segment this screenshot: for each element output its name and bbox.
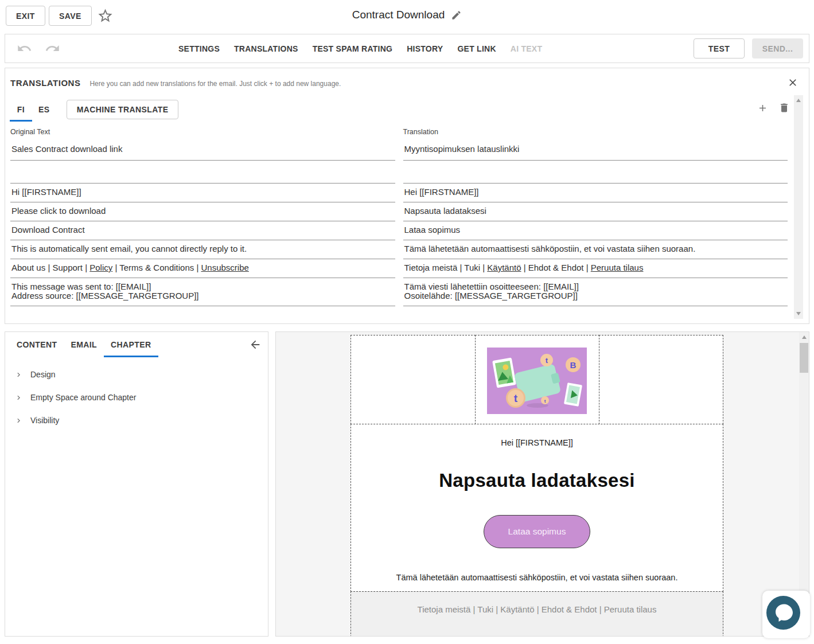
tab-get-link[interactable]: GET LINK — [457, 44, 496, 53]
tab-translations[interactable]: TRANSLATIONS — [234, 44, 298, 53]
cell-text: Osoitelähde: [[MESSAGE_TARGETGROUP]] — [404, 291, 578, 300]
cell-text: Lataa sopimus — [404, 225, 461, 235]
language-tab-es[interactable]: ES — [32, 97, 56, 122]
inline-link[interactable]: Unsubscribe — [201, 263, 248, 272]
email-footer-links[interactable]: Tietoja meistä | Tuki | Käytäntö | Ehdot… — [418, 604, 657, 637]
edit-title-icon[interactable] — [451, 10, 462, 21]
inline-link[interactable]: Policy — [89, 263, 112, 272]
chapter-item-design[interactable]: Design — [5, 363, 268, 386]
translations-title: TRANSLATIONS — [10, 78, 80, 88]
original-cell[interactable]: Hi [[FIRSTNAME]] — [10, 184, 395, 202]
cell-text: | Ehdot & Ehdot | — [521, 263, 591, 272]
translation-cell[interactable]: Tämä viesti lähetettiin osoitteeseen: [[… — [403, 278, 788, 306]
cell-text: This is automatically sent email, you ca… — [11, 244, 247, 253]
tab-test-spam-rating[interactable]: TEST SPAM RATING — [313, 44, 393, 53]
chevron-right-icon — [14, 370, 23, 379]
chapter-panel: CONTENT EMAIL CHAPTER Design Empty Space… — [5, 331, 268, 637]
cell-text: Tämä lähetetään automaattisesti sähköpos… — [404, 244, 696, 253]
inline-link[interactable]: Käytäntö — [487, 263, 521, 272]
translation-cell[interactable]: Hei [[FIRSTNAME]] — [403, 184, 788, 202]
translation-cell[interactable]: Napsauta ladataksesi — [403, 202, 788, 221]
language-tabs: FI ES MACHINE TRANSLATE — [10, 97, 178, 122]
email-greeting[interactable]: Hei [[FIRSTNAME]] — [351, 437, 723, 448]
download-contract-button[interactable]: Lataa sopimus — [484, 515, 590, 548]
svg-text:t: t — [544, 399, 546, 404]
email-heading[interactable]: Napsauta ladataksesi — [351, 469, 723, 492]
machine-translate-button[interactable]: MACHINE TRANSLATE — [67, 100, 179, 119]
scroll-up-icon[interactable] — [796, 99, 801, 102]
translation-header: Translation — [403, 128, 788, 136]
preview-column-right[interactable] — [599, 335, 723, 424]
translation-cell[interactable]: Lataa sopimus — [403, 221, 788, 240]
translations-hint: Here you can add new translations for th… — [89, 80, 341, 88]
original-cell[interactable]: About us | Support | Policy | Terms & Co… — [10, 259, 395, 278]
tab-settings[interactable]: SETTINGS — [178, 44, 220, 53]
scroll-up-icon[interactable] — [802, 335, 807, 339]
scrollbar-thumb[interactable] — [800, 343, 808, 373]
translations-rows: Sales Contract download linkMyyntisopimu… — [10, 138, 788, 306]
preview-column-image[interactable]: t B t t — [475, 335, 600, 424]
translation-row: About us | Support | Policy | Terms & Co… — [10, 259, 788, 278]
email-body-chapter[interactable]: Hei [[FIRSTNAME]] Napsauta ladataksesi L… — [350, 424, 723, 592]
translation-cell[interactable] — [403, 161, 788, 184]
svg-text:t: t — [546, 356, 548, 365]
cell-text: Tietoja meistä | Tuki | — [404, 263, 488, 272]
chevron-right-icon — [14, 393, 23, 402]
translation-row: Download ContractLataa sopimus — [10, 221, 788, 240]
toolbar-tabs: SETTINGS TRANSLATIONS TEST SPAM RATING H… — [178, 34, 542, 63]
cell-text: About us | Support | — [11, 263, 89, 272]
tab-content[interactable]: CONTENT — [10, 332, 64, 357]
tab-history[interactable]: HISTORY — [407, 44, 443, 53]
inline-link[interactable]: Peruuta tilaus — [591, 263, 644, 272]
email-hero-image[interactable]: t B t t — [487, 348, 587, 414]
language-tab-fi[interactable]: FI — [10, 97, 32, 122]
original-cell[interactable]: Please click to download — [10, 202, 395, 221]
chevron-right-icon — [14, 416, 23, 425]
cell-text: Address source: [[MESSAGE_TARGETGROUP]] — [11, 291, 198, 300]
email-note[interactable]: Tämä lähetetään automaattisesti sähköpos… — [351, 572, 723, 583]
page-title: Contract Download — [352, 9, 445, 21]
original-cell[interactable] — [10, 161, 395, 184]
original-cell[interactable]: Download Contract — [10, 221, 395, 240]
original-cell[interactable]: Sales Contract download link — [10, 138, 395, 161]
close-icon[interactable] — [787, 77, 799, 88]
scroll-down-icon[interactable] — [796, 312, 801, 315]
cell-text: Napsauta ladataksesi — [404, 206, 486, 216]
translation-row: Hi [[FIRSTNAME]]Hei [[FIRSTNAME]] — [10, 184, 788, 202]
chapter-item-visibility[interactable]: Visibility — [5, 409, 268, 432]
top-bar: EXIT SAVE Contract Download — [0, 0, 814, 33]
delete-language-icon[interactable] — [778, 102, 790, 114]
test-button[interactable]: TEST — [694, 38, 745, 58]
cell-text: Hi [[FIRSTNAME]] — [11, 187, 81, 197]
email-footer-chapter[interactable]: Tietoja meistä | Tuki | Käytäntö | Ehdot… — [350, 591, 723, 637]
translation-cell[interactable]: Tämä lähetetään automaattisesti sähköpos… — [403, 240, 788, 259]
redo-icon[interactable] — [45, 41, 60, 56]
translation-cell[interactable]: Myyntisopimuksen latauslinkki — [403, 138, 788, 161]
translation-row: Please click to downloadNapsauta ladatak… — [10, 202, 788, 221]
add-language-icon[interactable] — [757, 103, 768, 114]
undo-icon[interactable] — [17, 41, 32, 56]
chapter-panel-tabs: CONTENT EMAIL CHAPTER — [10, 332, 158, 357]
svg-text:B: B — [570, 360, 577, 370]
chapter-item-empty-space[interactable]: Empty Space around Chapter — [5, 386, 268, 409]
tab-email[interactable]: EMAIL — [64, 332, 104, 357]
translation-row — [10, 161, 788, 184]
cell-text: Please click to download — [11, 206, 106, 216]
preview-column-left[interactable] — [350, 335, 476, 424]
translation-row: This is automatically sent email, you ca… — [10, 240, 788, 259]
tab-chapter[interactable]: CHAPTER — [104, 332, 158, 357]
translations-scrollbar[interactable] — [794, 95, 803, 319]
svg-text:t: t — [514, 392, 518, 404]
cell-text: | Terms & Conditions | — [112, 263, 201, 272]
translations-panel: TRANSLATIONS Here you can add new transl… — [5, 68, 809, 324]
chat-widget — [762, 591, 810, 638]
cell-text: Sales Contract download link — [11, 144, 122, 154]
original-cell[interactable]: This message was sent to: [[EMAIL]]Addre… — [10, 278, 395, 306]
translation-cell[interactable]: Tietoja meistä | Tuki | Käytäntö | Ehdot… — [403, 259, 788, 278]
cell-text: Download Contract — [11, 225, 85, 235]
original-cell[interactable]: This is automatically sent email, you ca… — [10, 240, 395, 259]
collapse-panel-icon[interactable] — [249, 338, 262, 351]
chat-bubble-icon[interactable] — [766, 596, 800, 630]
translations-table: Original Text Translation Sales Contract… — [10, 128, 788, 306]
email-preview-panel: t B t t — [275, 331, 809, 637]
